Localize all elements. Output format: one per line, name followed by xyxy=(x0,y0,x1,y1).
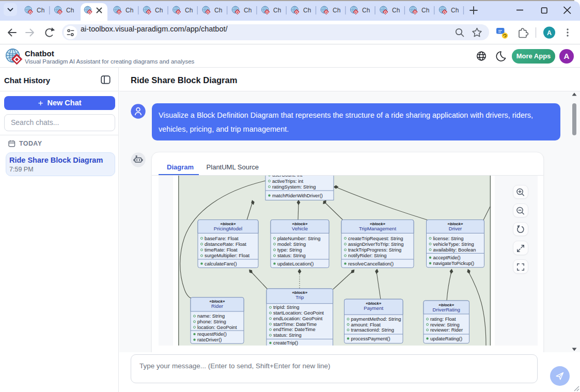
svg-text:startLocation: GeoPoint: startLocation: GeoPoint xyxy=(273,310,324,316)
svg-text:resolveCancellation(): resolveCancellation() xyxy=(348,261,394,266)
svg-text:activeTrips: int: activeTrips: int xyxy=(272,178,303,184)
svg-text:Trip: Trip xyxy=(295,294,304,300)
svg-text:paymentMethod: String: paymentMethod: String xyxy=(351,316,401,322)
svg-text:name: String: name: String xyxy=(197,313,225,319)
svg-text:processPayment(): processPayment() xyxy=(351,336,390,341)
svg-text:Driver: Driver xyxy=(449,226,462,231)
svg-text:surgeMultiplier: Float: surgeMultiplier: Float xyxy=(205,253,249,258)
svg-text:navigateToPickup(): navigateToPickup() xyxy=(433,260,475,266)
svg-text:timeRate: Float: timeRate: Float xyxy=(205,247,238,253)
svg-text:phone: String: phone: String xyxy=(197,319,226,324)
svg-text:model: String: model: String xyxy=(277,241,306,247)
svg-text:distanceRate: Float: distanceRate: Float xyxy=(205,241,246,247)
svg-text:updateRating(): updateRating() xyxy=(430,336,462,341)
svg-text:requestRide(): requestRide() xyxy=(197,331,227,337)
svg-text:Vehicle: Vehicle xyxy=(292,226,308,231)
svg-text:tripId: String: tripId: String xyxy=(273,304,300,310)
svg-text:Payment: Payment xyxy=(364,305,383,311)
svg-text:TripManagement: TripManagement xyxy=(359,226,396,231)
svg-text:rating: Float: rating: Float xyxy=(430,316,456,322)
svg-text:license: String: license: String xyxy=(433,236,464,241)
svg-text:ratingSystem: String: ratingSystem: String xyxy=(272,184,316,190)
svg-text:matchRiderWithDriver(): matchRiderWithDriver() xyxy=(272,193,323,198)
svg-text:updateLocation(): updateLocation() xyxy=(277,261,313,266)
svg-text:trackTripProgress: String: trackTripProgress: String xyxy=(348,247,401,253)
svg-text:calculateFare(): calculateFare() xyxy=(205,261,237,266)
svg-text:Rider: Rider xyxy=(211,303,224,309)
svg-text:status: String: status: String xyxy=(273,332,302,338)
svg-text:location: GeoPoint: location: GeoPoint xyxy=(197,324,237,330)
svg-text:transactionId: String: transactionId: String xyxy=(351,327,394,333)
svg-text:notifyRider: String: notifyRider: String xyxy=(348,253,387,258)
svg-text:reviewer: Rider: reviewer: Rider xyxy=(430,327,463,333)
svg-text:acceptRide(): acceptRide() xyxy=(433,255,461,260)
svg-text:baseFare: Float: baseFare: Float xyxy=(205,236,239,241)
svg-text:A: A xyxy=(547,29,552,37)
svg-text:amount: Float: amount: Float xyxy=(351,322,381,327)
svg-text:vehicleType: String: vehicleType: String xyxy=(433,241,474,247)
svg-text:plateNumber: String: plateNumber: String xyxy=(277,236,320,241)
svg-text:availability: Boolean: availability: Boolean xyxy=(433,247,476,253)
svg-text:userCount: int: userCount: int xyxy=(272,176,303,178)
svg-text:rateDriver(): rateDriver() xyxy=(197,337,222,342)
svg-text:startTime: DateTime: startTime: DateTime xyxy=(273,321,317,327)
svg-text:createTripRequest: String: createTripRequest: String xyxy=(348,236,403,241)
svg-text:endLocation: GeoPoint: endLocation: GeoPoint xyxy=(273,316,323,321)
svg-text:assignDriverToTrip: String: assignDriverToTrip: String xyxy=(348,241,404,247)
svg-text:DriverRating: DriverRating xyxy=(433,307,460,312)
svg-text:PricingModel: PricingModel xyxy=(214,226,242,231)
svg-text:status: String: status: String xyxy=(277,253,306,258)
svg-text:type: String: type: String xyxy=(277,247,302,253)
svg-text:review: String: review: String xyxy=(430,322,460,327)
svg-text:endTime: DateTime: endTime: DateTime xyxy=(273,326,316,332)
svg-text:createTrip(): createTrip() xyxy=(273,340,298,346)
